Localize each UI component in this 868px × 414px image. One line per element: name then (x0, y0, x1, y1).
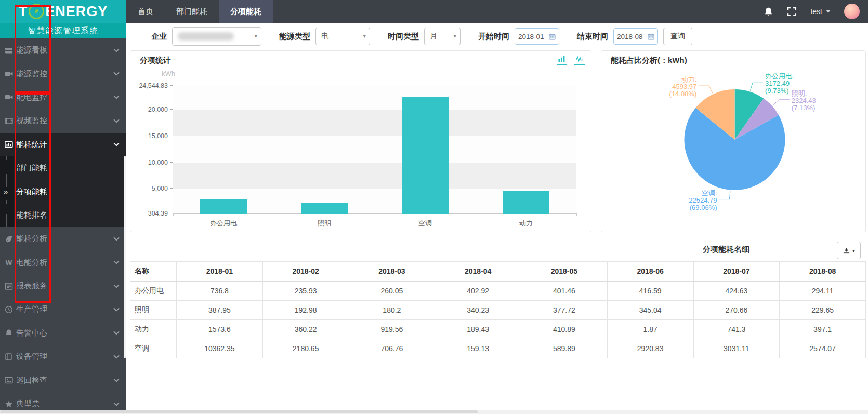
bar-chart-toggle-icon[interactable] (557, 55, 567, 65)
bar-chart-xlabels: 办公用电照明空调动力 (173, 219, 576, 228)
line-chart-toggle-icon[interactable] (574, 55, 585, 65)
sidebar-item-能源监控[interactable]: 能源监控 (0, 62, 126, 85)
table-row: 动力1573.6360.22919.56189.43410.891.87741.… (130, 320, 866, 339)
cell-value: 416.59 (607, 281, 693, 301)
pie-label-line (750, 83, 763, 90)
image-icon (5, 376, 13, 384)
caret-down-icon (826, 10, 831, 13)
chevron-down-icon (113, 354, 120, 360)
horizontal-scrollbar[interactable] (0, 410, 868, 414)
film-icon (5, 117, 13, 125)
sidebar-item-告警中心[interactable]: 告警中心 (0, 322, 126, 345)
sidebar-item-视频监控[interactable]: 视频监控 (0, 109, 126, 132)
sidebar-item-巡回检查[interactable]: 巡回检查 (0, 368, 126, 392)
cell-value: 360.22 (262, 320, 349, 339)
cell-value: 235.93 (262, 281, 349, 301)
cell-value: 345.04 (607, 301, 693, 320)
tab-分项能耗[interactable]: 分项能耗 (219, 0, 273, 23)
sidebar-item-设备管理[interactable]: 设备管理 (0, 345, 126, 368)
pie-label: 空调: (702, 189, 717, 197)
pie-label: 2324.43 (792, 97, 816, 104)
tab-首页[interactable]: 首页 (126, 0, 165, 23)
query-button[interactable]: 查询 (663, 28, 692, 45)
export-button[interactable]: ▾ (837, 242, 861, 259)
cell-value: 410.89 (521, 320, 608, 339)
sidebar-item-能耗统计[interactable]: 能耗统计 (0, 133, 126, 156)
won-icon: ₩ (5, 258, 13, 266)
cell-value: 589.89 (521, 339, 608, 358)
bar-空调[interactable] (375, 86, 476, 214)
bell-icon[interactable] (764, 7, 773, 17)
sidebar-scrollbar[interactable] (124, 156, 126, 358)
end-date-input[interactable]: 2018-08 (613, 28, 658, 45)
sidebar-item-能源看板[interactable]: 能源看板 (0, 38, 126, 62)
bar-chart-bars (173, 86, 576, 214)
book-icon (5, 353, 13, 361)
pie-label: (9.73%) (765, 87, 789, 95)
cell-value: 377.72 (521, 301, 608, 320)
nav-tabs: 首页部门能耗分项能耗 (126, 0, 273, 23)
charts-row: 分项统计 kWh 304.395,00010,00015,00020,00024… (130, 50, 866, 232)
company-select[interactable] (172, 27, 261, 46)
chevron-down-icon (113, 118, 120, 124)
y-tick-label: 24,544.83 (139, 82, 168, 89)
cell-value: 397.1 (780, 320, 866, 339)
download-icon (843, 247, 850, 255)
bar-chart-card: 分项统计 kWh 304.395,00010,00015,00020,00024… (130, 50, 591, 232)
camera-icon (5, 93, 13, 101)
cell-value: 736.8 (177, 281, 263, 301)
pie-label: 22524.79 (689, 196, 717, 204)
cell-value: 2574.07 (780, 339, 866, 358)
table-header-area: 分项能耗名细 ▾ (130, 238, 866, 261)
energy-type-select[interactable]: 电 (315, 28, 370, 45)
svg-text:₩: ₩ (6, 259, 12, 266)
bar-照明[interactable] (274, 86, 375, 214)
cell-value: 387.95 (177, 301, 263, 320)
sidebar-subitem-能耗排名[interactable]: 能耗排名 (0, 204, 126, 227)
avatar[interactable] (844, 4, 860, 19)
redacted-company-name (178, 32, 234, 41)
cell-value: 159.13 (435, 339, 521, 358)
bar-办公用电[interactable] (173, 86, 274, 214)
row-name: 照明 (130, 301, 177, 320)
pie-chart-card: 能耗占比分析(：kWh) 办公用电:3172.49(9.73%)照明:2324.… (601, 50, 866, 232)
sidebar-subitem-部门能耗[interactable]: 部门能耗 (0, 156, 126, 180)
caret-down-icon: ▾ (852, 248, 855, 253)
energy-type-label: 能源类型 (279, 32, 310, 42)
row-name: 空调 (130, 339, 177, 358)
chevron-down-icon (113, 377, 120, 383)
sidebar-menu: 能源看板能源监控配电监控视频监控能耗统计部门能耗»分项能耗能耗排名能耗分析₩电能… (0, 38, 126, 414)
pie-label-line (699, 86, 713, 93)
time-type-select[interactable]: 月 (424, 28, 461, 45)
sidebar-item-生产管理[interactable]: 生产管理 (0, 298, 126, 321)
tab-部门能耗[interactable]: 部门能耗 (165, 0, 219, 23)
clock-icon (5, 305, 13, 314)
pie-label: 办公用电: (765, 72, 794, 80)
sidebar-item-配电监控[interactable]: 配电监控 (0, 86, 126, 109)
table-header-row: 名称2018-012018-022018-032018-042018-05201… (130, 262, 866, 282)
y-tick-label: 5,000 (152, 185, 168, 192)
sidebar-item-能耗分析[interactable]: 能耗分析 (0, 227, 126, 250)
sidebar-item-报表服务[interactable]: 报表服务 (0, 274, 126, 298)
fullscreen-icon[interactable] (787, 7, 797, 17)
table-title: 分项能耗名细 (703, 245, 749, 255)
start-time-label: 开始时间 (478, 32, 509, 42)
cell-value: 401.46 (521, 281, 608, 301)
bar-动力[interactable] (476, 86, 576, 214)
x-axis-label: 空调 (375, 219, 476, 228)
cell-value: 340.23 (435, 301, 521, 320)
user-menu[interactable]: test (810, 7, 831, 16)
sidebar-item-电能分析[interactable]: ₩电能分析 (0, 251, 126, 274)
cell-value: 1573.6 (177, 320, 263, 339)
bell-icon (5, 329, 13, 337)
start-date-input[interactable]: 2018-01 (515, 28, 559, 45)
pie-label: (14.08%) (669, 90, 697, 98)
cell-value: 2920.83 (607, 339, 693, 358)
sidebar-subitem-分项能耗[interactable]: »分项能耗 (0, 180, 126, 203)
calendar-icon (648, 33, 654, 40)
scrollbar-thumb[interactable] (0, 410, 478, 413)
star-icon (5, 400, 13, 408)
bar-chart-area: 304.395,00010,00015,00020,00024,544.83 办… (173, 86, 576, 214)
calendar-icon (549, 33, 556, 40)
chart-icon (5, 140, 13, 149)
